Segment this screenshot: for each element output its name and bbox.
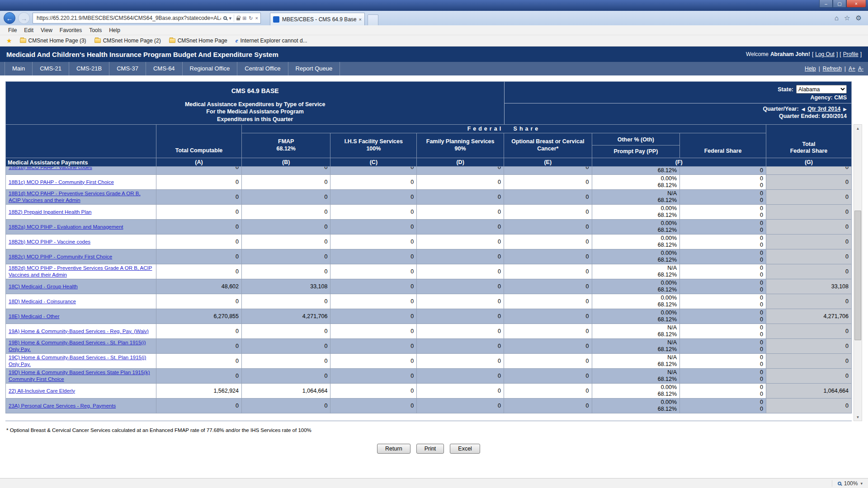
row-link[interactable]: 18C) Medicaid - Group Health: [9, 284, 78, 289]
row-link[interactable]: 18B1d) MCO PAHP - Preventive Services Gr…: [9, 191, 141, 203]
nav-item-cms-21[interactable]: CMS-21: [33, 62, 69, 75]
cell-federal-share: 00: [680, 167, 766, 175]
favorites-bar-item[interactable]: CMSnet Home Page (3): [16, 36, 90, 45]
favorites-star-icon[interactable]: ☆: [844, 14, 850, 22]
address-dropdown-icon[interactable]: ▾: [229, 16, 232, 21]
minimize-button[interactable]: –: [819, 0, 833, 8]
security-lock-icon[interactable]: [236, 18, 240, 20]
new-tab-button[interactable]: [368, 14, 378, 25]
menu-item[interactable]: Help: [105, 26, 124, 34]
nav-item-cms-64[interactable]: CMS-64: [146, 62, 183, 75]
row-link[interactable]: 19B) Home & Community-Based Services - S…: [9, 340, 146, 352]
row-link[interactable]: 18B2a) MCO PIHP - Evaluation and Managem…: [9, 224, 123, 230]
col-letter-g: (G): [766, 158, 851, 167]
search-icon[interactable]: [223, 16, 227, 20]
menu-item[interactable]: File: [5, 26, 20, 34]
cell-b: 0: [242, 369, 330, 384]
row-link[interactable]: 18B2c) MCO PIHP - Community First Choice: [9, 254, 112, 259]
report-context-block: State: Alabama Agency: CMS Quarter/Year:…: [505, 82, 851, 124]
back-button[interactable]: ←: [4, 12, 15, 24]
menu-item[interactable]: Favorites: [56, 26, 85, 34]
menu-item[interactable]: Tools: [85, 26, 105, 34]
return-button[interactable]: Return: [377, 444, 410, 454]
cell-c: 0: [330, 294, 417, 309]
zoom-control[interactable]: 100% ▾: [832, 480, 863, 487]
compatibility-view-icon[interactable]: ⊞: [242, 16, 246, 21]
table-scrollbar[interactable]: ▲ ▼: [854, 124, 862, 421]
zoom-dropdown-icon[interactable]: ▾: [860, 481, 863, 486]
row-label-cell: 23A) Personal Care Services - Reg. Payme…: [6, 399, 156, 413]
nav-item-regional-office[interactable]: Regional Office: [183, 62, 238, 75]
row-link[interactable]: 19C) Home & Community-Based Services - S…: [9, 355, 146, 367]
row-link[interactable]: 18B1c) MCO PAHP - Community First Choice: [9, 179, 114, 185]
row-link[interactable]: 22) All-Inclusive Care Elderly: [9, 388, 75, 394]
home-icon[interactable]: ⌂: [835, 14, 839, 22]
scrollbar-thumb[interactable]: [854, 211, 861, 340]
excel-button[interactable]: Excel: [450, 444, 480, 454]
close-button[interactable]: ×: [846, 0, 866, 8]
favorites-bar-item[interactable]: CMSnet Home Page (2): [90, 36, 165, 45]
scroll-down-icon[interactable]: ▼: [854, 413, 862, 421]
row-link[interactable]: 18B2) Prepaid Inpatient Health Plan: [9, 209, 91, 215]
cell-c: 0: [330, 175, 417, 190]
cell-d: 0: [417, 264, 504, 279]
quarter-next-icon[interactable]: ▶: [843, 107, 847, 112]
cell-b: 0: [242, 354, 330, 369]
stop-icon[interactable]: ×: [255, 16, 258, 21]
quarter-ended-label: Quarter Ended: 6/30/2014: [779, 113, 847, 119]
cell-total-federal-share: 4,271,706: [766, 309, 851, 324]
font-increase-link[interactable]: A+: [849, 66, 855, 72]
cell-total-federal-share: 0: [766, 249, 851, 264]
cell-e: 0: [504, 235, 592, 249]
scrollbar-track[interactable]: [854, 132, 862, 413]
favorites-bar-item[interactable]: CMSnet Home Page: [165, 36, 231, 45]
help-link[interactable]: Help: [805, 66, 816, 72]
refresh-icon[interactable]: ↻: [249, 16, 253, 21]
maximize-button[interactable]: ▢: [833, 0, 846, 8]
nav-item-cms-21b[interactable]: CMS-21B: [69, 62, 109, 75]
row-link[interactable]: 18E) Medicaid - Other: [9, 314, 60, 319]
state-select[interactable]: Alabama: [796, 85, 847, 94]
favorites-bar-item[interactable]: eInternet Explorer cannot d...: [231, 36, 311, 45]
report-table-header: Total Computable Federal Share Total Fed…: [5, 124, 852, 167]
row-label-cell: 18B2b) MCO PIHP - Vaccine codes: [6, 235, 156, 249]
refresh-link[interactable]: Refresh: [823, 66, 842, 72]
address-bar[interactable]: https://65.220.21.9/MBESCBES/CMS64/CMS64…: [33, 13, 261, 23]
row-link[interactable]: 19A) Home & Community-Based Services - R…: [9, 328, 149, 334]
cell-b: 0: [242, 167, 330, 175]
row-link[interactable]: 18B1b) MCO PAHP - Vaccine codes: [9, 167, 92, 170]
row-link[interactable]: 19D) Home & Community Based Services Sta…: [9, 370, 150, 382]
font-decrease-link[interactable]: A-: [858, 66, 863, 72]
menu-item[interactable]: Edit: [20, 26, 37, 34]
logout-link[interactable]: Log Out: [815, 51, 835, 57]
gear-icon[interactable]: ⚙: [856, 14, 862, 22]
table-row: 18B2c) MCO PIHP - Community First Choice…: [6, 249, 852, 264]
menu-item[interactable]: View: [37, 26, 56, 34]
cell-a: 0: [156, 324, 242, 339]
forward-button[interactable]: →: [18, 12, 30, 24]
browser-tab[interactable]: MBES/CBES - CMS 64.9 Base ×: [270, 13, 365, 25]
row-link[interactable]: 18B2d) MCO PIHP - Preventive Services Gr…: [9, 265, 152, 277]
user-name: Abraham John!: [770, 51, 810, 57]
row-link[interactable]: 18D) Medicaid - Coinsurance: [9, 299, 76, 304]
cell-c: 0: [330, 369, 417, 384]
quarter-prev-icon[interactable]: ◀: [802, 107, 805, 112]
table-row: 18B1b) MCO PAHP - Vaccine codes000000.00…: [6, 167, 852, 175]
cell-e: 0: [504, 309, 592, 324]
cell-federal-share: 00: [680, 369, 766, 384]
row-link[interactable]: 18B2b) MCO PIHP - Vaccine codes: [9, 239, 90, 244]
cell-a: 0: [156, 399, 242, 413]
quarter-link[interactable]: Qtr 3rd 2014: [807, 106, 840, 112]
print-button[interactable]: Print: [416, 444, 444, 454]
profile-link[interactable]: Profile: [843, 51, 859, 57]
cell-b: 0: [242, 324, 330, 339]
nav-item-central-office[interactable]: Central Office: [237, 62, 288, 75]
row-link[interactable]: 23A) Personal Care Services - Reg. Payme…: [9, 403, 116, 408]
nav-item-main[interactable]: Main: [5, 62, 33, 75]
url-text[interactable]: https://65.220.21.9/MBESCBES/CMS64/CMS64…: [37, 15, 221, 21]
favorites-bar-star-icon[interactable]: ★: [4, 37, 15, 44]
scroll-up-icon[interactable]: ▲: [854, 125, 862, 132]
nav-item-report-queue[interactable]: Report Queue: [288, 62, 340, 75]
nav-item-cms-37[interactable]: CMS-37: [109, 62, 146, 75]
tab-close-icon[interactable]: ×: [359, 17, 362, 22]
